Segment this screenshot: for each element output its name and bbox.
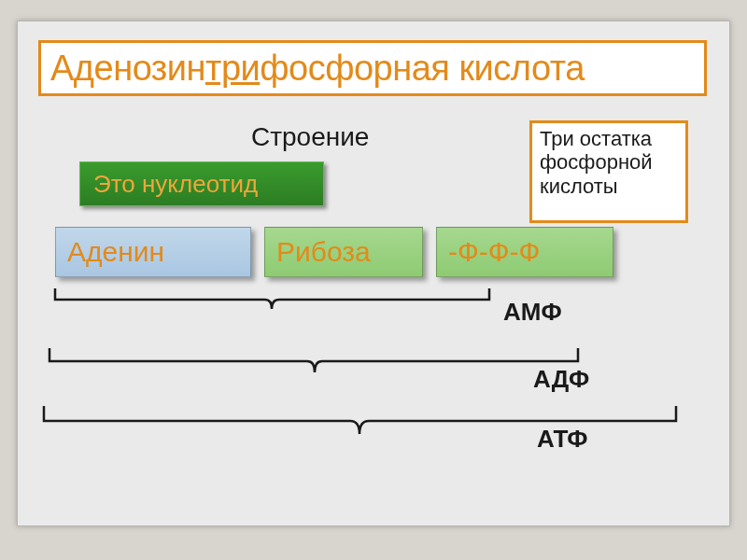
slide-frame: Аденозинтрифосфорная кислота Строение Эт… <box>17 21 730 526</box>
phosphate-note-box: Три остатка фосфорной кислоты <box>529 120 688 223</box>
brace-amf <box>55 288 489 309</box>
nucleotide-label: Это нуклеотид <box>93 170 258 199</box>
phosphates-label: -Ф-Ф-Ф <box>448 236 540 268</box>
brace-label-adf: АДФ <box>533 365 589 394</box>
component-adenine: Аденин <box>55 227 251 277</box>
brace-adf <box>49 348 578 372</box>
title-post: фосфорная кислота <box>260 49 585 88</box>
nucleotide-box: Это нуклеотид <box>79 161 324 206</box>
title-pre: Аденозин <box>50 49 205 88</box>
component-ribose: Рибоза <box>264 227 423 277</box>
brace-label-atf: АТФ <box>537 425 588 454</box>
phosphate-note-text: Три остатка фосфорной кислоты <box>540 127 653 198</box>
subtitle: Строение <box>251 122 369 152</box>
component-row: Аденин Рибоза -Ф-Ф-Ф <box>55 227 709 283</box>
title-text: Аденозинтрифосфорная кислота <box>50 49 585 89</box>
component-phosphates: -Ф-Ф-Ф <box>436 227 613 277</box>
title-container: Аденозинтрифосфорная кислота <box>38 40 707 96</box>
adenine-label: Аденин <box>67 236 164 268</box>
brace-label-amf: АМФ <box>503 300 578 324</box>
title-underlined: три <box>205 49 260 88</box>
ribose-label: Рибоза <box>276 236 371 268</box>
